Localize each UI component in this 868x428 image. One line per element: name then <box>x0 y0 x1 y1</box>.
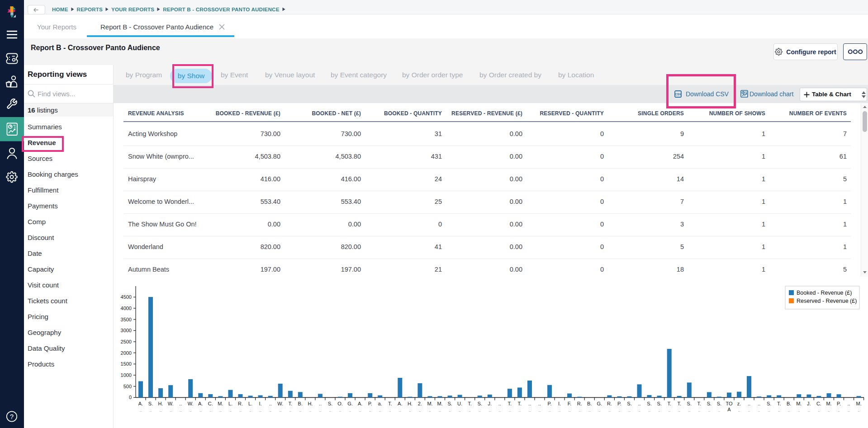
svg-text:P.: P. <box>617 401 621 406</box>
svg-text:R.: R. <box>577 401 582 406</box>
svg-text:L.: L. <box>248 401 252 406</box>
svg-text:2000: 2000 <box>121 350 132 356</box>
svg-text:..: .. <box>708 409 710 413</box>
svg-text:z.: z. <box>737 401 741 406</box>
svg-text:M.: M. <box>796 401 802 406</box>
svg-text:..: .. <box>209 409 211 413</box>
svg-text:..: .. <box>738 409 740 413</box>
svg-text:..: .. <box>499 409 501 413</box>
svg-text:T.: T. <box>468 401 472 406</box>
svg-text:..: .. <box>758 409 760 413</box>
svg-text:..: .. <box>190 409 191 413</box>
svg-text:..: .. <box>509 409 511 413</box>
svg-text:..: .. <box>559 409 560 413</box>
svg-text:..: .. <box>409 409 411 413</box>
svg-text:..: .. <box>658 409 660 413</box>
svg-text:..: .. <box>259 409 261 413</box>
svg-text:S.: S. <box>447 401 452 406</box>
svg-text:..: .. <box>598 409 600 413</box>
svg-text:..: .. <box>848 409 849 413</box>
svg-text:P.: P. <box>837 401 841 406</box>
svg-text:..: .. <box>519 409 521 413</box>
svg-text:S.: S. <box>687 401 692 406</box>
svg-text:B.: B. <box>787 401 791 406</box>
svg-text:..: .. <box>439 409 441 413</box>
svg-text:4500: 4500 <box>121 294 132 300</box>
svg-text:..: .. <box>608 409 610 413</box>
svg-text:T.: T. <box>777 401 781 406</box>
svg-text:T.: T. <box>677 401 681 406</box>
svg-text:C.: C. <box>208 401 213 406</box>
svg-text:C.: C. <box>816 401 821 406</box>
svg-text:T.: T. <box>697 401 702 406</box>
svg-text:..: .. <box>718 409 720 413</box>
svg-text:3000: 3000 <box>121 328 132 333</box>
svg-text:..: .. <box>239 409 241 413</box>
svg-text:..: .. <box>429 409 431 413</box>
svg-text:Booked - Revenue (£): Booked - Revenue (£) <box>797 290 852 296</box>
svg-text:..: .. <box>668 409 670 413</box>
svg-text:G.: G. <box>597 401 602 406</box>
svg-text:..: .. <box>588 409 590 413</box>
svg-text:..: .. <box>538 401 541 406</box>
svg-text:..: .. <box>319 401 322 406</box>
svg-text:..: .. <box>628 409 630 413</box>
svg-text:T.: T. <box>289 401 293 406</box>
svg-text:..: .. <box>528 401 531 406</box>
svg-text:..: .. <box>549 409 550 413</box>
svg-text:O.: O. <box>337 401 343 406</box>
svg-text:A.: A. <box>358 401 362 406</box>
svg-text:..: .. <box>449 409 451 413</box>
svg-text:S.: S. <box>647 401 651 406</box>
svg-text:Reserved - Revenue (£): Reserved - Revenue (£) <box>797 298 857 304</box>
svg-text:T.: T. <box>388 401 392 406</box>
svg-text:..: .. <box>309 409 311 413</box>
svg-text:..: .. <box>329 409 331 413</box>
svg-text:S.: S. <box>627 401 631 406</box>
svg-text:L.: L. <box>228 401 232 406</box>
svg-text:..: .. <box>319 409 321 413</box>
svg-text:A.: A. <box>198 401 203 406</box>
svg-text:..: .. <box>419 409 421 413</box>
svg-text:B.: B. <box>298 401 303 406</box>
svg-text:S.: S. <box>717 401 721 406</box>
svg-text:..: .. <box>758 401 760 406</box>
svg-text:..: .. <box>459 409 460 413</box>
svg-text:..: .. <box>847 401 850 406</box>
svg-text:..: .. <box>798 409 800 413</box>
svg-text:..: .. <box>269 401 272 406</box>
svg-text:..: .. <box>638 401 640 406</box>
svg-text:..: .. <box>379 409 381 413</box>
svg-text:H.: H. <box>308 401 313 406</box>
svg-text:..: .. <box>279 409 281 413</box>
svg-text:..: .. <box>349 409 351 413</box>
svg-text:S.: S. <box>477 401 482 406</box>
svg-text:..: .. <box>249 409 251 413</box>
svg-text:500: 500 <box>123 384 132 389</box>
svg-text:4000: 4000 <box>121 306 132 311</box>
svg-text:W.: W. <box>188 401 194 406</box>
svg-text:M.: M. <box>437 401 442 406</box>
svg-text:..: .. <box>678 409 680 413</box>
svg-text:A.: A. <box>398 401 402 406</box>
svg-text:S.: S. <box>148 401 153 406</box>
svg-text:..: .. <box>170 409 171 413</box>
svg-text:2.: 2. <box>418 401 422 406</box>
svg-text:B.: B. <box>587 401 592 406</box>
svg-text:..: .. <box>299 409 301 413</box>
svg-text:..: .. <box>648 409 650 413</box>
svg-text:..: .. <box>229 409 231 413</box>
svg-text:M.: M. <box>218 401 223 406</box>
svg-text:S.: S. <box>328 401 332 406</box>
svg-text:..: .. <box>778 409 780 413</box>
svg-text:A: A <box>727 407 731 412</box>
svg-text:..: .. <box>479 409 480 413</box>
svg-text:..: .. <box>698 409 700 413</box>
svg-text:..: .. <box>289 409 291 413</box>
svg-text:A.: A. <box>138 401 143 406</box>
svg-text:..: .. <box>828 409 830 413</box>
svg-text:..: .. <box>498 401 501 406</box>
svg-text:I.: I. <box>558 401 561 406</box>
svg-text:..: .. <box>818 409 820 413</box>
svg-text:2500: 2500 <box>121 339 132 344</box>
